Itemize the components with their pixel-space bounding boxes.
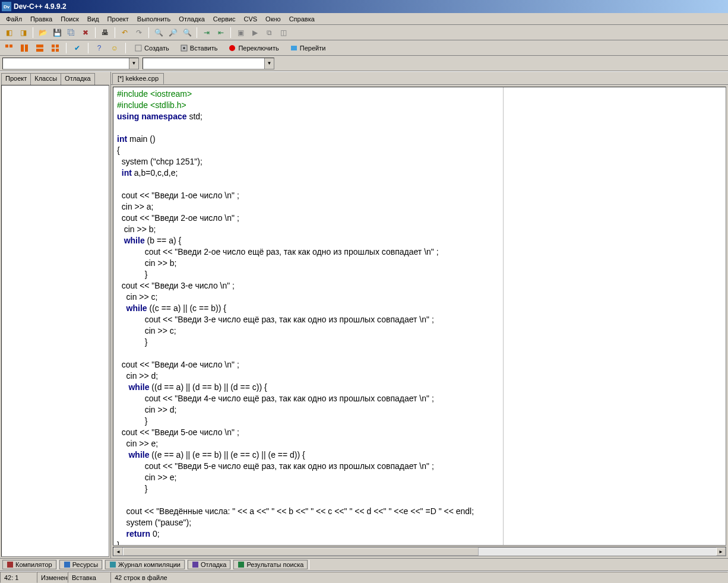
svg-rect-17 — [192, 562, 198, 568]
bottom-tab-Результаты поиска[interactable]: Результаты поиска — [233, 560, 308, 569]
grid1-icon[interactable] — [2, 42, 15, 55]
new-source-icon[interactable]: ◧ — [2, 26, 15, 39]
bottom-tab-Отладка[interactable]: Отладка — [188, 560, 230, 569]
insert-button[interactable]: Вставить — [176, 42, 222, 54]
editor-tabs: [*] kekkee.cpp — [111, 72, 728, 85]
redo-icon[interactable]: ↷ — [132, 26, 145, 39]
menu-CVS[interactable]: CVS — [239, 14, 261, 24]
open-icon[interactable]: 📂 — [36, 26, 49, 39]
project-tree[interactable] — [1, 85, 109, 557]
chevron-down-icon: ▼ — [264, 58, 274, 69]
title-bar: Dv Dev-C++ 4.9.9.2 — [0, 0, 728, 13]
combo-left[interactable]: ▼ — [2, 58, 139, 69]
tab-icon — [7, 561, 14, 568]
print-icon[interactable]: 🖶 — [99, 26, 112, 39]
goto-line2-icon[interactable]: ⇤ — [214, 26, 227, 39]
app-icon: Dv — [2, 2, 11, 11]
status-lines: 42 строк в файле — [110, 572, 728, 583]
status-position: 42: 1 — [0, 572, 37, 583]
svg-rect-7 — [56, 45, 59, 47]
svg-rect-10 — [135, 45, 141, 51]
status-insert: Вставка — [68, 572, 110, 583]
scroll-left-icon[interactable]: ◄ — [113, 547, 123, 556]
svg-point-12 — [229, 45, 235, 51]
side-tab-Классы[interactable]: Классы — [30, 73, 61, 85]
chevron-down-icon: ▼ — [129, 58, 138, 69]
editor-panel: [*] kekkee.cpp #include <iostream> #incl… — [111, 72, 728, 558]
bottom-tab-Компилятор[interactable]: Компилятор — [2, 560, 56, 569]
svg-rect-16 — [110, 562, 116, 568]
grid4-icon[interactable] — [49, 42, 62, 55]
menu-Вид[interactable]: Вид — [83, 14, 103, 24]
goto-button[interactable]: Перейти — [286, 42, 330, 54]
editor-tab[interactable]: [*] kekkee.cpp — [112, 73, 164, 84]
menu-Сервис[interactable]: Сервис — [209, 14, 240, 24]
compile-run-icon[interactable]: ⧉ — [262, 26, 276, 39]
svg-rect-15 — [64, 562, 70, 568]
tab-icon — [109, 561, 116, 568]
scroll-right-icon[interactable]: ► — [716, 547, 726, 556]
tab-icon — [64, 561, 71, 568]
menu-Файл[interactable]: Файл — [2, 14, 26, 24]
svg-rect-3 — [25, 45, 28, 52]
bottom-tabs: КомпиляторРесурсыЖурнал компиляцииОтладк… — [0, 558, 728, 571]
create-button[interactable]: Создать — [130, 42, 173, 54]
close-icon[interactable]: ✖ — [79, 26, 92, 39]
menu-Проект[interactable]: Проект — [103, 14, 133, 24]
side-tab-Проект[interactable]: Проект — [1, 73, 31, 85]
side-tab-Отладка[interactable]: Отладка — [61, 73, 94, 85]
run-icon[interactable]: ▶ — [248, 26, 261, 39]
menu-Справка[interactable]: Справка — [285, 14, 319, 24]
main-area: ПроектКлассыОтладка [*] kekkee.cpp #incl… — [0, 71, 728, 558]
svg-rect-8 — [52, 49, 55, 52]
save-icon[interactable]: 💾 — [50, 26, 64, 39]
svg-rect-0 — [5, 45, 8, 47]
side-tabs: ПроектКлассыОтладка — [0, 72, 110, 85]
grid3-icon[interactable] — [33, 42, 46, 55]
toolbar-secondary: ✔ ? ☺ Создать Вставить Переключить Перей… — [0, 40, 728, 56]
svg-rect-9 — [56, 49, 59, 52]
toggle-button[interactable]: Переключить — [224, 42, 283, 54]
undo-icon[interactable]: ↶ — [118, 26, 131, 39]
grid2-icon[interactable] — [18, 42, 31, 55]
rebuild-icon[interactable]: ◫ — [277, 26, 290, 39]
svg-rect-1 — [10, 45, 12, 47]
svg-rect-13 — [291, 46, 297, 50]
menu-bar: ФайлПравкаПоискВидПроектВыполнитьОтладка… — [0, 13, 728, 25]
goto-line-icon[interactable]: ⇥ — [200, 26, 213, 39]
check-icon[interactable]: ✔ — [71, 42, 84, 55]
menu-Выполнить[interactable]: Выполнить — [133, 14, 175, 24]
find-again-icon[interactable]: 🔍 — [181, 26, 194, 39]
menu-Окно[interactable]: Окно — [261, 14, 285, 24]
menu-Отладка[interactable]: Отладка — [175, 14, 208, 24]
horizontal-scrollbar[interactable]: ◄ ► — [113, 547, 726, 556]
new-project-icon[interactable]: ◨ — [17, 26, 30, 39]
status-bar: 42: 1 Изменен Вставка 42 строк в файле — [0, 571, 728, 583]
window-title: Dev-C++ 4.9.9.2 — [14, 2, 67, 11]
menu-Поиск[interactable]: Поиск — [56, 14, 83, 24]
tab-icon — [192, 561, 199, 568]
status-modified: Изменен — [37, 572, 68, 583]
bottom-tab-Ресурсы[interactable]: Ресурсы — [59, 560, 102, 569]
svg-rect-18 — [238, 562, 244, 568]
svg-rect-6 — [52, 45, 55, 47]
combo-bar: ▼ ▼ — [0, 56, 728, 71]
svg-rect-2 — [21, 45, 24, 52]
replace-icon[interactable]: 🔎 — [166, 26, 179, 39]
menu-Правка[interactable]: Правка — [26, 14, 56, 24]
find-icon[interactable]: 🔍 — [152, 26, 165, 39]
save-all-icon[interactable]: ⿻ — [65, 26, 78, 39]
bottom-tab-Журнал компиляции[interactable]: Журнал компиляции — [105, 560, 185, 569]
combo-right[interactable]: ▼ — [143, 58, 274, 69]
svg-rect-4 — [36, 45, 43, 47]
toolbar-main: ◧ ◨ 📂 💾 ⿻ ✖ 🖶 ↶ ↷ 🔍 🔎 🔍 ⇥ ⇤ ▣ ▶ ⧉ ◫ — [0, 25, 728, 40]
svg-rect-5 — [36, 49, 43, 52]
side-panel: ПроектКлассыОтладка — [0, 72, 111, 558]
code-editor[interactable]: #include <iostream> #include <stdlib.h> … — [113, 87, 726, 546]
svg-rect-14 — [7, 562, 13, 568]
tab-icon — [238, 561, 245, 568]
compile-icon[interactable]: ▣ — [234, 26, 247, 39]
about-icon[interactable]: ☺ — [108, 42, 121, 55]
help-icon[interactable]: ? — [93, 42, 106, 55]
